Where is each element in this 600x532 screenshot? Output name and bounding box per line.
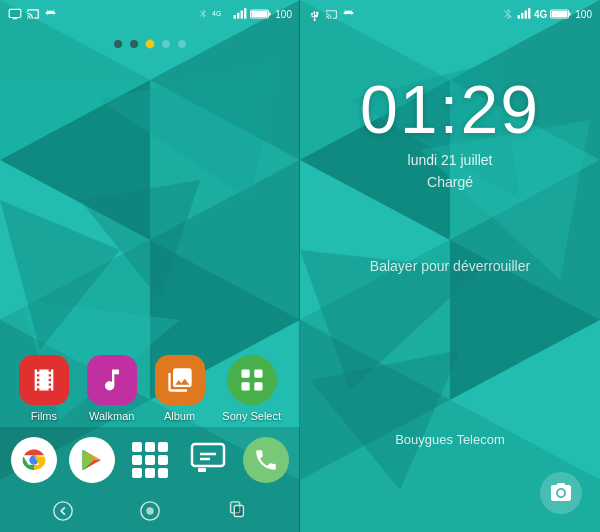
dock-play-store[interactable] xyxy=(67,435,117,485)
page-dots xyxy=(114,40,186,48)
walkman-label: Walkman xyxy=(89,410,134,422)
svg-rect-32 xyxy=(254,382,262,390)
signal-4g-icon: 4G xyxy=(212,7,230,21)
dot-5[interactable] xyxy=(178,40,186,48)
dock-app-grid[interactable] xyxy=(125,435,175,485)
dot-1[interactable] xyxy=(114,40,122,48)
svg-rect-42 xyxy=(234,506,243,517)
status-icons-left xyxy=(8,7,57,21)
cast-icon xyxy=(26,7,40,21)
app-row: Films Walkman Album xyxy=(0,355,300,422)
screen-icon xyxy=(8,7,22,21)
play-store-icon xyxy=(69,437,115,483)
svg-rect-30 xyxy=(254,370,262,378)
chrome-icon xyxy=(11,437,57,483)
walkman-icon xyxy=(87,355,137,405)
bluetooth-icon xyxy=(197,7,209,21)
films-icon xyxy=(19,355,69,405)
app-walkman[interactable]: Walkman xyxy=(87,355,137,422)
app-films[interactable]: Films xyxy=(19,355,69,422)
sony-select-label: Sony Select xyxy=(222,410,281,422)
dock-row xyxy=(0,427,300,490)
panel-divider xyxy=(299,0,300,532)
svg-rect-24 xyxy=(241,11,243,19)
svg-rect-25 xyxy=(244,8,246,19)
battery-icon xyxy=(250,8,272,20)
dock-messaging[interactable] xyxy=(183,435,233,485)
svg-text:4G: 4G xyxy=(212,10,221,17)
home-button[interactable] xyxy=(135,496,165,526)
android-icon xyxy=(44,8,57,21)
svg-rect-17 xyxy=(9,9,21,17)
back-button[interactable] xyxy=(48,496,78,526)
lock-content: 01:29 lundi 21 juillet Chargé xyxy=(300,0,600,532)
album-label: Album xyxy=(164,410,195,422)
lock-charged: Chargé xyxy=(427,174,473,190)
app-album[interactable]: Album xyxy=(155,355,205,422)
signal-bars-icon xyxy=(233,7,247,21)
svg-point-38 xyxy=(54,502,72,520)
svg-rect-22 xyxy=(234,15,236,19)
svg-rect-28 xyxy=(269,13,271,16)
lock-time: 01:29 xyxy=(360,70,540,148)
films-label: Films xyxy=(31,410,57,422)
svg-rect-29 xyxy=(241,370,249,378)
phone-icon xyxy=(243,437,289,483)
dot-2[interactable] xyxy=(130,40,138,48)
status-right: 4G 100 xyxy=(197,7,292,21)
battery-percent: 100 xyxy=(275,9,292,20)
svg-rect-23 xyxy=(237,13,239,19)
nav-bar xyxy=(0,490,300,532)
album-icon xyxy=(155,355,205,405)
dock-chrome[interactable] xyxy=(9,435,59,485)
bottom-dock xyxy=(0,427,300,532)
grid-icon xyxy=(130,440,170,480)
recents-button[interactable] xyxy=(222,496,252,526)
svg-point-40 xyxy=(146,507,153,514)
svg-rect-31 xyxy=(241,382,249,390)
dot-4[interactable] xyxy=(162,40,170,48)
lock-screen: 4G 100 01:29 lundi 21 juillet Chargé Bal… xyxy=(300,0,600,532)
sony-select-icon xyxy=(227,355,277,405)
messaging-icon xyxy=(188,438,228,482)
home-screen: 4G 100 xyxy=(0,0,300,532)
svg-rect-35 xyxy=(198,468,206,472)
svg-rect-27 xyxy=(252,11,268,17)
lock-date: lundi 21 juillet xyxy=(408,152,493,168)
dock-phone[interactable] xyxy=(241,435,291,485)
app-sony-select[interactable]: Sony Select xyxy=(222,355,281,422)
status-bar-left: 4G 100 xyxy=(0,0,300,28)
dot-3[interactable] xyxy=(146,40,155,49)
